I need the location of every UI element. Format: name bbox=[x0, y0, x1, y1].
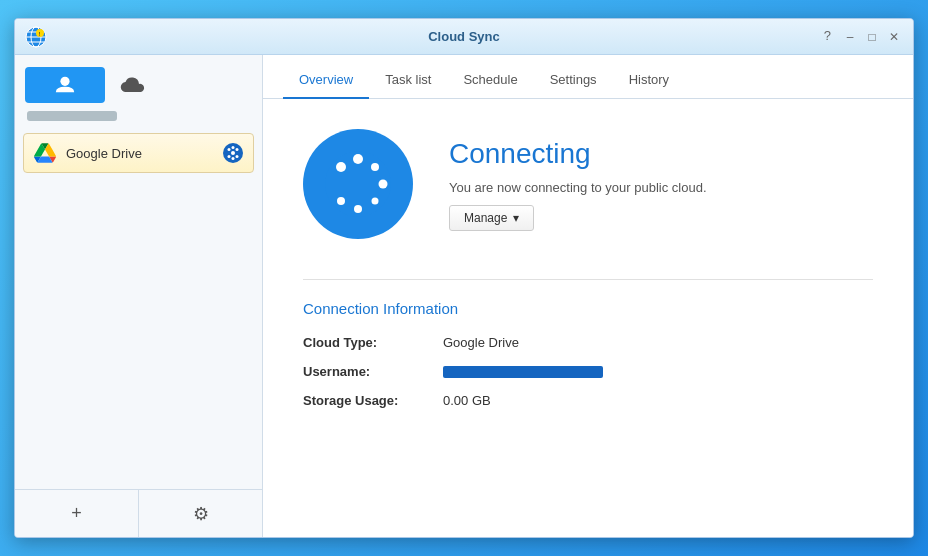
user-button[interactable] bbox=[25, 67, 105, 103]
svg-point-9 bbox=[231, 151, 235, 155]
tab-overview[interactable]: Overview bbox=[283, 62, 369, 99]
svg-point-13 bbox=[236, 155, 239, 158]
cloud-type-value: Google Drive bbox=[443, 335, 519, 350]
svg-point-20 bbox=[372, 198, 379, 205]
svg-point-14 bbox=[232, 146, 235, 149]
storage-value: 0.00 GB bbox=[443, 393, 491, 408]
add-button[interactable]: + bbox=[15, 490, 139, 537]
info-row-cloud-type: Cloud Type: Google Drive bbox=[303, 335, 873, 350]
sidebar-list: Google Drive bbox=[15, 129, 262, 489]
tab-settings[interactable]: Settings bbox=[534, 62, 613, 99]
svg-point-23 bbox=[336, 162, 346, 172]
svg-point-11 bbox=[236, 148, 239, 151]
status-icon-circle bbox=[303, 129, 413, 239]
titlebar-controls: ? – □ ✕ bbox=[824, 28, 903, 46]
sidebar-item-google-drive[interactable]: Google Drive bbox=[23, 133, 254, 173]
connecting-icon bbox=[323, 149, 393, 219]
tab-history[interactable]: History bbox=[613, 62, 685, 99]
svg-point-21 bbox=[354, 205, 362, 213]
username-redacted bbox=[27, 111, 117, 121]
cloud-icon bbox=[119, 74, 147, 96]
status-title: Connecting bbox=[449, 138, 707, 170]
username-label: Username: bbox=[303, 364, 443, 379]
connection-info-title: Connection Information bbox=[303, 300, 873, 317]
gdrive-icon bbox=[34, 142, 56, 164]
main-content: Google Drive + bbox=[15, 55, 913, 537]
svg-point-10 bbox=[228, 148, 231, 151]
svg-point-18 bbox=[371, 163, 379, 171]
svg-point-8 bbox=[60, 77, 69, 86]
connection-info: Connection Information Cloud Type: Googl… bbox=[303, 279, 873, 408]
svg-point-19 bbox=[379, 180, 388, 189]
status-info: Connecting You are now connecting to you… bbox=[449, 138, 707, 231]
info-row-storage: Storage Usage: 0.00 GB bbox=[303, 393, 873, 408]
window-title: Cloud Sync bbox=[15, 29, 913, 44]
tab-schedule[interactable]: Schedule bbox=[447, 62, 533, 99]
app-icon: ! bbox=[25, 26, 47, 48]
sync-icon bbox=[223, 143, 243, 163]
username-row bbox=[15, 111, 262, 129]
username-value-redacted bbox=[443, 366, 603, 378]
svg-point-22 bbox=[337, 197, 345, 205]
cloud-button[interactable] bbox=[113, 67, 153, 103]
svg-point-12 bbox=[228, 155, 231, 158]
app-window: ! Cloud Sync ? – □ ✕ bbox=[14, 18, 914, 538]
storage-label: Storage Usage: bbox=[303, 393, 443, 408]
overview-panel: Connecting You are now connecting to you… bbox=[263, 99, 913, 537]
sidebar: Google Drive + bbox=[15, 55, 263, 537]
svg-point-15 bbox=[232, 157, 235, 160]
connection-status: Connecting You are now connecting to you… bbox=[303, 129, 873, 239]
manage-button[interactable]: Manage ▾ bbox=[449, 205, 534, 231]
titlebar: ! Cloud Sync ? – □ ✕ bbox=[15, 19, 913, 55]
close-button[interactable]: ✕ bbox=[885, 28, 903, 46]
maximize-button[interactable]: □ bbox=[863, 28, 881, 46]
help-button[interactable]: ? bbox=[824, 28, 831, 46]
tab-task-list[interactable]: Task list bbox=[369, 62, 447, 99]
svg-point-17 bbox=[353, 154, 363, 164]
minimize-button[interactable]: – bbox=[841, 28, 859, 46]
status-desc: You are now connecting to your public cl… bbox=[449, 180, 707, 195]
settings-button[interactable]: ⚙ bbox=[139, 490, 262, 537]
content-area: Overview Task list Schedule Settings His… bbox=[263, 55, 913, 537]
tab-bar: Overview Task list Schedule Settings His… bbox=[263, 55, 913, 99]
sidebar-top bbox=[15, 55, 262, 111]
chevron-down-icon: ▾ bbox=[513, 211, 519, 225]
sidebar-footer: + ⚙ bbox=[15, 489, 262, 537]
sidebar-item-label: Google Drive bbox=[66, 146, 213, 161]
info-row-username: Username: bbox=[303, 364, 873, 379]
cloud-type-label: Cloud Type: bbox=[303, 335, 443, 350]
user-icon bbox=[54, 74, 76, 96]
